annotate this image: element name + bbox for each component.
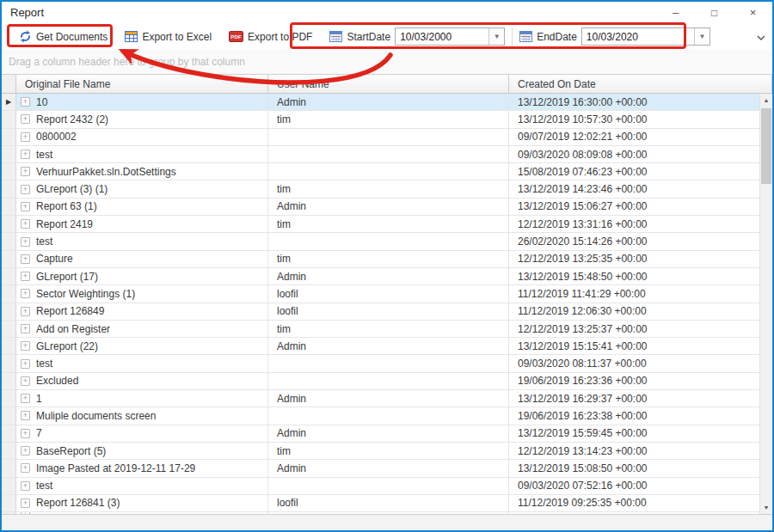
expand-row-icon[interactable]: + (21, 463, 30, 473)
user-name-cell[interactable] (268, 373, 509, 390)
table-row[interactable]: + Report 2419 tim 12/12/2019 13:31:16 +0… (2, 216, 759, 233)
user-name-cell[interactable] (268, 407, 509, 425)
file-name-cell[interactable]: + Report 63 (1) (16, 199, 268, 216)
get-documents-button[interactable]: Get Documents (14, 27, 113, 46)
group-by-panel[interactable]: Drag a column header here to group by th… (2, 50, 772, 75)
created-on-date-cell[interactable]: 13/12/2019 10:57:30 +00:00 (509, 111, 759, 128)
expand-row-icon[interactable]: + (21, 446, 30, 456)
file-name-cell[interactable]: + GLreport (3) (1) (16, 180, 268, 198)
table-row[interactable]: + GLreport (22) Admin 13/12/2019 15:15:4… (2, 338, 759, 355)
file-name-cell[interactable]: + Report 126849 (16, 303, 268, 321)
column-header-user-name[interactable]: User Name (268, 75, 509, 93)
expand-row-icon[interactable]: + (21, 341, 30, 351)
table-row[interactable]: + 7 Admin 13/12/2019 15:59:45 +00:00 (2, 425, 759, 443)
table-row[interactable]: + test 09/03/2020 08:09:08 +00:00 (2, 146, 759, 163)
created-on-date-cell[interactable]: 13/12/2019 15:48:50 +00:00 (509, 268, 759, 285)
end-date-value[interactable]: 10/03/2020 (582, 28, 694, 45)
file-name-cell[interactable]: + Report 2432 (2) (16, 111, 268, 128)
scrollbar-thumb[interactable] (761, 108, 771, 184)
close-button[interactable]: × (734, 2, 772, 23)
table-row[interactable]: + Add on Register tim 12/12/2019 13:25:3… (2, 321, 759, 338)
expand-row-icon[interactable]: + (21, 254, 30, 264)
expand-row-icon[interactable]: + (21, 429, 30, 438)
minimize-button[interactable]: – (656, 2, 695, 23)
table-row[interactable]: + VerhuurPakket.sln.DotSettings 15/08/20… (2, 163, 759, 180)
created-on-date-cell[interactable]: 13/12/2019 15:08:50 +00:00 (509, 460, 759, 477)
end-date-dropdown-button[interactable]: ▼ (694, 28, 710, 45)
user-name-cell[interactable] (268, 129, 509, 146)
created-on-date-cell[interactable]: 15/08/2019 07:46:23 +00:00 (509, 163, 759, 180)
user-name-cell[interactable]: tim (268, 251, 509, 268)
expand-row-icon[interactable]: + (21, 411, 30, 420)
expand-row-icon[interactable]: + (21, 324, 30, 333)
user-name-cell[interactable]: tim (268, 180, 509, 198)
file-name-cell[interactable]: + 1 (16, 390, 268, 407)
table-row[interactable]: + Excluded 19/06/2019 16:23:36 +00:00 (2, 373, 759, 390)
created-on-date-cell[interactable]: 26/02/2020 15:14:26 +00:00 (509, 233, 759, 250)
expand-row-icon[interactable]: + (21, 202, 30, 211)
export-to-excel-button[interactable]: Export to Excel (120, 28, 217, 46)
vertical-scrollbar[interactable]: ▲ ▼ (759, 94, 772, 514)
file-name-cell[interactable]: + GLreport (17) (16, 268, 268, 285)
file-name-cell[interactable]: + Image Pasted at 2019-12-11 17-29 (16, 460, 268, 477)
expand-row-icon[interactable]: + (21, 307, 30, 316)
user-name-cell[interactable]: tim (268, 443, 509, 460)
expand-row-icon[interactable]: + (21, 97, 30, 107)
created-on-date-cell[interactable]: 13/12/2019 14:23:46 +00:00 (509, 180, 759, 198)
expand-row-icon[interactable]: + (21, 481, 30, 491)
table-row[interactable]: + GLreport (3) (1) tim 13/12/2019 14:23:… (2, 180, 759, 198)
file-name-cell[interactable]: + Report 2419 (16, 216, 268, 233)
start-date-dropdown-button[interactable]: ▼ (488, 28, 504, 45)
table-row[interactable]: + Report 2432 (2) tim 13/12/2019 10:57:3… (2, 111, 759, 128)
created-on-date-cell[interactable]: 09/07/2019 12:02:21 +00:00 (509, 129, 759, 146)
table-row[interactable]: + GLreport (17) Admin 13/12/2019 15:48:5… (2, 268, 759, 285)
expand-row-icon[interactable]: + (21, 359, 30, 369)
table-row[interactable]: + test 09/03/2020 08:11:37 +00:00 (2, 355, 759, 372)
file-name-cell[interactable]: + GLreport (22) (16, 338, 268, 355)
user-name-cell[interactable] (268, 163, 509, 180)
expand-row-icon[interactable]: + (21, 114, 30, 124)
user-name-cell[interactable]: loofil (268, 495, 509, 512)
file-name-cell[interactable]: + BaseReport (5) (16, 443, 268, 460)
user-name-cell[interactable]: Admin (268, 425, 509, 443)
expand-row-icon[interactable]: + (21, 219, 30, 229)
user-name-cell[interactable] (268, 478, 509, 495)
scroll-up-button[interactable]: ▲ (760, 94, 772, 107)
user-name-cell[interactable]: Admin (268, 460, 509, 477)
created-on-date-cell[interactable]: 09/03/2020 08:11:37 +00:00 (509, 355, 759, 372)
expand-row-icon[interactable]: + (21, 237, 30, 247)
expand-row-icon[interactable]: + (21, 132, 30, 142)
created-on-date-cell[interactable]: 13/12/2019 16:29:37 +00:00 (509, 390, 759, 407)
created-on-date-cell[interactable]: 12/12/2019 13:25:35 +00:00 (509, 251, 759, 268)
file-name-cell[interactable]: + 0800002 (16, 129, 268, 146)
created-on-date-cell[interactable]: 09/03/2020 07:52:16 +00:00 (509, 478, 759, 495)
expand-row-icon[interactable]: + (21, 376, 30, 386)
file-name-cell[interactable]: + test (16, 233, 268, 250)
file-name-cell[interactable]: + 10 (16, 94, 268, 111)
user-name-cell[interactable]: Admin (268, 94, 509, 111)
table-row[interactable]: + Sector Weightings (1) loofil 11/12/201… (2, 285, 759, 303)
expand-row-icon[interactable]: + (21, 289, 30, 298)
table-row[interactable]: + 1 Admin 13/12/2019 16:29:37 +00:00 (2, 390, 759, 407)
table-row[interactable]: + Report 126841 (3) loofil 11/12/2019 09… (2, 495, 759, 512)
table-row[interactable]: + 0800002 09/07/2019 12:02:21 +00:00 (2, 129, 759, 146)
user-name-cell[interactable]: tim (268, 111, 509, 128)
user-name-cell[interactable] (268, 355, 509, 372)
export-to-pdf-button[interactable]: PDF Export to PDF (224, 28, 317, 46)
user-name-cell[interactable] (268, 233, 509, 250)
expand-row-icon[interactable]: + (21, 498, 30, 508)
table-row[interactable]: + Image Pasted at 2019-12-11 17-29 Admin… (2, 460, 759, 477)
start-date-value[interactable]: 10/03/2000 (396, 28, 488, 45)
file-name-cell[interactable]: + Sector Weightings (1) (16, 285, 268, 303)
expand-row-icon[interactable]: + (21, 272, 30, 281)
maximize-button[interactable]: □ (695, 2, 734, 23)
user-name-cell[interactable]: Admin (268, 338, 509, 355)
created-on-date-cell[interactable]: 13/12/2019 16:30:00 +00:00 (509, 94, 759, 111)
created-on-date-cell[interactable]: 13/12/2019 15:06:27 +00:00 (509, 199, 759, 216)
end-date-field[interactable]: 10/03/2020 ▼ (581, 28, 710, 46)
file-name-cell[interactable]: + test (16, 355, 268, 372)
scroll-down-button[interactable]: ▼ (760, 501, 772, 514)
start-date-field[interactable]: 10/03/2000 ▼ (395, 28, 505, 46)
created-on-date-cell[interactable]: 11/12/2019 09:25:35 +00:00 (509, 495, 759, 512)
table-row[interactable]: + Capture tim 12/12/2019 13:25:35 +00:00 (2, 251, 759, 268)
